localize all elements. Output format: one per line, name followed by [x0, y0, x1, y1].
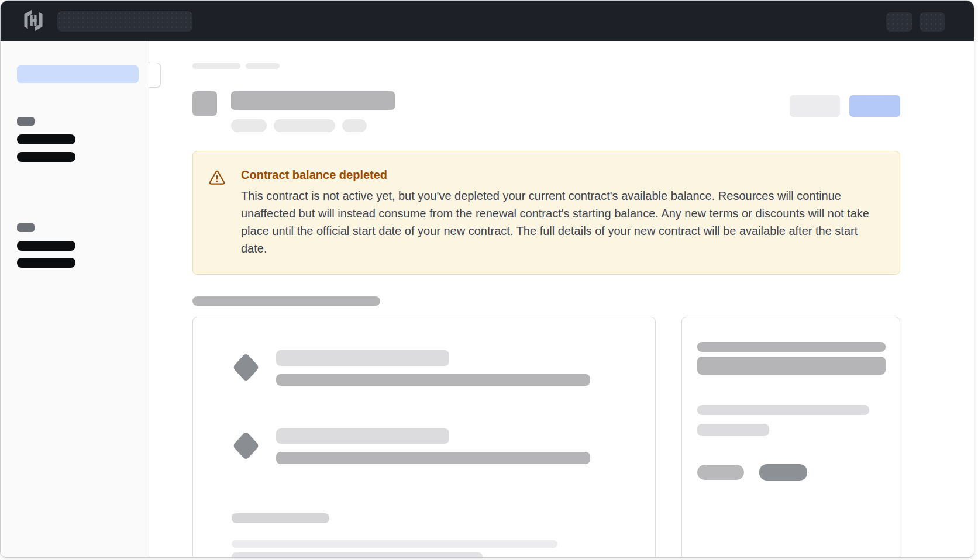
alert-text-block: Contract balance depleted This contract … [241, 168, 882, 274]
resources-list-card [192, 317, 656, 558]
page-badges [231, 119, 395, 132]
page-header [192, 91, 900, 132]
list-footer-line1-skeleton [232, 540, 557, 548]
summary-card [681, 317, 900, 558]
hashicorp-logo-icon [22, 9, 44, 32]
list-item1-text-skeleton [276, 374, 590, 386]
main-content: Contract balance depleted This contract … [149, 41, 974, 557]
sidebar-collapse-toggle[interactable] [148, 63, 161, 88]
alert-triangle-icon [208, 169, 226, 274]
sidebar [1, 41, 149, 557]
sidebar-group1-item2-skeleton[interactable] [17, 152, 75, 162]
page-icon-skeleton [192, 91, 217, 116]
sidebar-active-item-skeleton[interactable] [17, 65, 139, 83]
badge3-skeleton [342, 119, 367, 132]
sidebar-group1-item1-skeleton[interactable] [17, 134, 75, 144]
list-item2-diamond-icon [232, 431, 260, 459]
section-title-skeleton [192, 296, 380, 306]
summary-heading-skeleton [697, 342, 886, 352]
app-body: Contract balance depleted This contract … [1, 41, 974, 557]
cards-row [192, 317, 900, 558]
summary-line1-skeleton [697, 405, 869, 415]
topbar-action-button-1[interactable] [886, 12, 912, 32]
summary-button2-skeleton[interactable] [759, 464, 807, 481]
list-footer-label-skeleton [232, 513, 329, 523]
alert-title: Contract balance depleted [241, 168, 882, 182]
breadcrumb [192, 63, 280, 69]
breadcrumb-item1-skeleton[interactable] [192, 63, 240, 69]
page-header-left [192, 91, 395, 132]
summary-line2-skeleton [697, 424, 769, 436]
page-title-block [231, 91, 395, 132]
secondary-action-button-skeleton[interactable] [790, 95, 840, 117]
topbar [1, 1, 974, 41]
sidebar-group2-item1-skeleton[interactable] [17, 241, 75, 251]
sidebar-group1-label-skeleton [17, 117, 35, 126]
list-item1-diamond-icon [232, 353, 260, 381]
page-title-skeleton [231, 91, 395, 110]
list-item2-title-skeleton [276, 428, 449, 444]
summary-value-skeleton [697, 357, 886, 375]
list-footer-line2-skeleton [232, 552, 483, 558]
primary-action-button-skeleton[interactable] [849, 95, 900, 117]
list-item2-text-skeleton [276, 452, 590, 464]
breadcrumb-item2-skeleton[interactable] [246, 63, 280, 69]
sidebar-group2-item2-skeleton[interactable] [17, 258, 75, 268]
summary-button1-skeleton[interactable] [697, 465, 744, 480]
global-search-input[interactable] [57, 11, 192, 32]
sidebar-group2-label-skeleton [17, 223, 35, 232]
topbar-action-button-2[interactable] [920, 12, 945, 32]
alert-body: This contract is not active yet, but you… [241, 187, 882, 257]
page-actions [790, 95, 900, 132]
badge1-skeleton [231, 119, 267, 132]
app-window: Contract balance depleted This contract … [0, 0, 974, 558]
list-item1-title-skeleton [276, 350, 449, 366]
badge2-skeleton [274, 119, 335, 132]
warning-alert: Contract balance depleted This contract … [192, 151, 900, 275]
